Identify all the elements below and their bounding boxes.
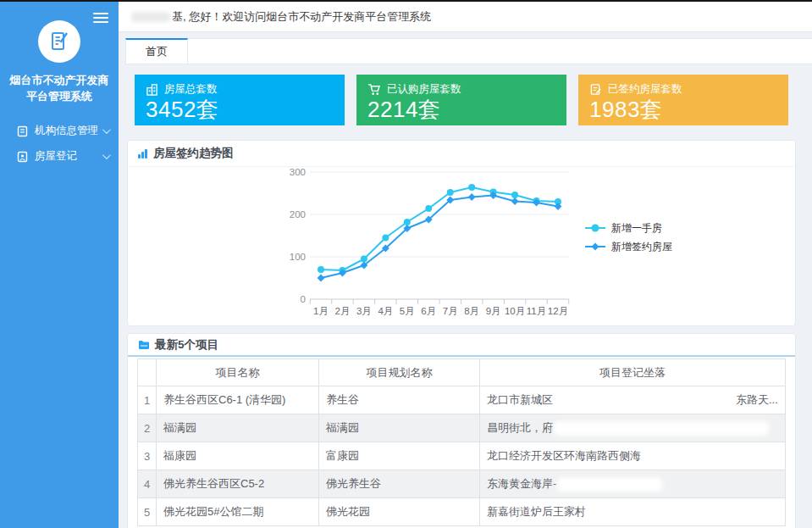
stat-card-subscribed-houses: 已认购房屋套数 2214套: [356, 75, 566, 125]
svg-text:1月: 1月: [313, 306, 329, 316]
svg-text:0: 0: [301, 294, 306, 304]
top-header: 基, 您好！欢迎访问烟台市不动产开发商平台管理系统: [119, 2, 812, 32]
house-register-icon: [17, 151, 28, 163]
cell-plan-name: 富康园: [319, 442, 480, 470]
stat-value: 1983套: [589, 97, 777, 123]
tab-home[interactable]: 首页: [125, 38, 188, 64]
redacted-username: [131, 12, 170, 22]
cell-plan-name: 佛光花园: [319, 498, 480, 526]
app-title: 烟台市不动产开发商平台管理系统: [0, 73, 119, 105]
row-index: 3: [138, 442, 157, 470]
cell-plan-name: 养生谷: [319, 386, 480, 414]
stat-value: 2214套: [367, 97, 555, 123]
building-icon: [146, 83, 158, 96]
app-logo: [38, 20, 80, 63]
svg-text:2月: 2月: [335, 306, 351, 316]
table-row[interactable]: 3福康园富康园龙口经济开发区环海南路西侧海: [138, 442, 786, 470]
row-index: 1: [138, 386, 157, 414]
chevron-down-icon: [102, 125, 111, 134]
col-project-name: 项目名称: [157, 359, 319, 386]
legend-item[interactable]: 新增签约房屋: [585, 241, 672, 253]
svg-text:300: 300: [290, 167, 306, 177]
redacted-location: [588, 507, 682, 518]
svg-text:8月: 8月: [464, 306, 479, 316]
projects-panel-header: 最新5个项目: [128, 334, 795, 357]
col-index: [138, 359, 157, 386]
row-index: 5: [138, 498, 157, 526]
cell-location: 新嘉街道炉后王家村: [480, 498, 786, 526]
col-plan-name: 项目规划名称: [319, 359, 480, 386]
redacted-location: [559, 479, 660, 490]
chevron-down-icon: [102, 151, 111, 159]
sidebar-item-label: 房屋登记: [35, 149, 102, 164]
table-row[interactable]: 1养生谷西区C6-1 (清华园)养生谷龙口市新城区东路天...: [138, 386, 786, 414]
cell-location: 东海黄金海岸-: [480, 470, 786, 498]
cell-location: 龙口经济开发区环海南路西侧海: [480, 442, 786, 470]
svg-text:4月: 4月: [378, 306, 393, 316]
projects-title: 最新5个项目: [155, 337, 218, 353]
chart-panel-header: 房屋签约趋势图: [128, 141, 795, 167]
cell-project-name: 福康园: [157, 442, 319, 470]
contract-icon: [589, 83, 602, 96]
svg-text:10月: 10月: [505, 306, 525, 316]
projects-panel: 最新5个项目 项目名称 项目规划名称 项目登记坐落 1养生谷西区C6-1 (清华…: [127, 333, 796, 528]
row-index: 4: [138, 470, 157, 498]
cell-plan-name: 佛光养生谷: [319, 470, 480, 498]
svg-text:7月: 7月: [443, 306, 458, 316]
svg-text:12月: 12月: [548, 306, 568, 316]
cell-project-name: 佛光养生谷西区C5-2: [157, 470, 319, 498]
projects-table-header-row: 项目名称 项目规划名称 项目登记坐落: [138, 359, 786, 386]
svg-text:3月: 3月: [356, 306, 372, 316]
tab-bar: 首页: [125, 38, 812, 64]
svg-text:100: 100: [290, 252, 306, 262]
stat-label: 房屋总套数: [164, 82, 218, 97]
stat-card-total-houses: 房屋总套数 3452套: [135, 75, 345, 125]
sidebar-menu: 机构信息管理 房屋登记: [0, 119, 119, 170]
table-row[interactable]: 2福满园福满园昌明街北，府: [138, 414, 786, 442]
row-index: 2: [138, 414, 157, 442]
table-row[interactable]: 4佛光养生谷西区C5-2佛光养生谷东海黄金海岸-: [138, 470, 786, 498]
legend-item[interactable]: 新增一手房: [585, 222, 662, 234]
stat-card-signed-houses: 已签约房屋套数 1983套: [578, 75, 788, 125]
sidebar-item-house-register[interactable]: 房屋登记: [0, 144, 119, 170]
svg-text:6月: 6月: [421, 306, 436, 316]
cell-project-name: 福满园: [157, 414, 319, 442]
redacted-location: [644, 451, 741, 462]
cell-location: 龙口市新城区东路天...: [480, 386, 786, 414]
greeting-text: 基, 您好！欢迎访问烟台市不动产开发商平台管理系统: [172, 9, 431, 25]
svg-text:11月: 11月: [527, 306, 546, 316]
bar-chart-icon: [138, 149, 148, 158]
chart-title: 房屋签约趋势图: [153, 146, 234, 161]
document-pencil-icon: [47, 30, 71, 53]
stat-value: 3452套: [146, 97, 334, 123]
sidebar-item-label: 机构信息管理: [35, 124, 102, 138]
svg-text:新增一手房: 新增一手房: [611, 222, 662, 234]
cell-project-name: 养生谷西区C6-1 (清华园): [157, 386, 319, 414]
content: 房屋总套数 3452套 已认购房屋套数 2214套: [119, 64, 812, 528]
svg-text:9月: 9月: [486, 306, 501, 316]
org-info-icon: [17, 125, 28, 137]
folder-icon: [138, 340, 150, 350]
redacted-location: [555, 423, 767, 434]
redacted-location: [555, 395, 733, 406]
trend-line-chart: 01002003001月2月3月4月5月6月7月8月9月10月11月12月新增一…: [128, 167, 795, 328]
projects-table: 项目名称 项目规划名称 项目登记坐落 1养生谷西区C6-1 (清华园)养生谷龙口…: [137, 358, 786, 526]
svg-text:200: 200: [290, 209, 306, 220]
svg-text:5月: 5月: [400, 306, 415, 316]
svg-text:新增签约房屋: 新增签约房屋: [611, 241, 672, 253]
stat-cards-row: 房屋总套数 3452套 已认购房屋套数 2214套: [135, 75, 788, 125]
cell-location: 昌明街北，府: [480, 414, 786, 442]
stat-label: 已认购房屋套数: [387, 82, 461, 97]
tab-home-label: 首页: [146, 44, 168, 59]
sidebar: 烟台市不动产开发商平台管理系统 机构信息管理 房屋登记: [0, 2, 119, 528]
cart-icon: [367, 83, 381, 96]
cell-plan-name: 福满园: [319, 414, 480, 442]
stat-label: 已签约房屋套数: [608, 82, 682, 97]
col-location: 项目登记坐落: [480, 359, 786, 386]
table-row[interactable]: 5佛光花园5#公馆二期佛光花园新嘉街道炉后王家村: [138, 498, 786, 526]
hamburger-menu-icon[interactable]: [93, 10, 108, 25]
sidebar-item-org-info[interactable]: 机构信息管理: [0, 119, 119, 144]
main-area: 基, 您好！欢迎访问烟台市不动产开发商平台管理系统 首页 房屋总套数 3452套: [119, 2, 812, 528]
chart-panel: 房屋签约趋势图 01002003001月2月3月4月5月6月7月8月9月10月1…: [127, 140, 796, 326]
cell-project-name: 佛光花园5#公馆二期: [157, 498, 319, 526]
